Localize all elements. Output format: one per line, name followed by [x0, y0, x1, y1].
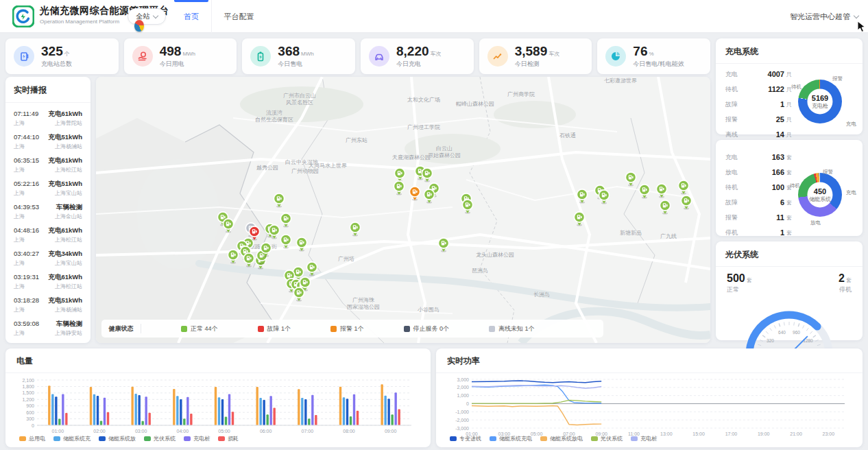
tab-home[interactable]: 首页 [171, 0, 211, 33]
station-pin-normal[interactable] [349, 222, 361, 237]
storage-unit: 套 [786, 199, 792, 206]
charging-value: 25 [749, 115, 784, 123]
broadcast-item[interactable]: 07:44:10充电51kWh上海上海杨浦站 [5, 130, 91, 153]
power-legend-item[interactable]: 储能系统充电 [490, 435, 532, 442]
broadcast-item[interactable]: 03:40:27充电34kWh上海上海宝山站 [5, 246, 91, 270]
broadcast-item[interactable]: 06:35:15充电61kWh上海上海松江站 [5, 153, 91, 176]
storage-row: 报警11套 [716, 210, 863, 225]
station-pin-normal[interactable] [273, 193, 285, 208]
station-pin-normal[interactable] [260, 242, 272, 257]
energy-bar-chart[interactable]: 03006009001,2001,5001,8002,10001:0002:00… [5, 373, 431, 440]
station-pin-normal[interactable] [393, 180, 405, 196]
kpi-card-5[interactable]: 3,589车次今日检测 [479, 38, 592, 74]
health-legend-item[interactable]: 正常 44个 [181, 324, 218, 333]
station-pin-normal[interactable] [268, 224, 280, 239]
assistant-orb-icon[interactable] [134, 20, 144, 32]
charging-label: 故障 [725, 100, 749, 109]
broadcast-station: 上海松江站 [55, 166, 82, 174]
svg-text:-1,000: -1,000 [455, 410, 469, 414]
mouse-cursor [857, 21, 867, 33]
tab-platform-config[interactable]: 平台配置 [211, 0, 266, 33]
station-pin-normal[interactable] [306, 261, 318, 276]
power-legend-item[interactable]: 专变进线 [450, 435, 481, 442]
svg-text:23:00: 23:00 [823, 431, 835, 436]
svg-text:01:00: 01:00 [52, 429, 64, 434]
station-pin-normal[interactable] [677, 180, 690, 195]
kpi-card-1[interactable]: 325个充电站总数 [5, 38, 119, 74]
station-pin-normal[interactable] [293, 287, 305, 302]
site-selector-dropdown[interactable]: 全站 [128, 8, 166, 25]
station-pin-normal[interactable] [576, 189, 588, 204]
broadcast-item[interactable]: 05:22:16充电51kWh上海上海宝山站 [5, 176, 91, 200]
broadcast-event: 车辆检测 [56, 320, 82, 329]
station-pin-normal[interactable] [573, 211, 586, 226]
health-legend-item[interactable]: 停止服务 0个 [404, 324, 450, 333]
storage-label: 停机 [725, 228, 749, 237]
station-pin-normal[interactable] [296, 237, 308, 252]
donut-total: 5169 [812, 94, 828, 102]
energy-legend-item[interactable]: 损耗 [218, 435, 239, 442]
station-map[interactable]: 广州市白云山 风景名胜区流溪湾 自然生态保育区太和文化广场白云中央湿地白云山 原… [96, 77, 710, 343]
energy-legend-item[interactable]: 总用电 [19, 435, 45, 442]
user-menu[interactable]: 智光运营中心超管 [790, 0, 858, 33]
broadcast-list: 07:11:49充电61kWh上海上海普陀站07:44:10充电51kWh上海上… [5, 106, 91, 343]
broadcast-item[interactable]: 04:39:53车辆检测上海上海金山站 [5, 200, 91, 223]
health-legend-item[interactable]: 离线未知 1个 [489, 324, 535, 333]
kpi-card-4[interactable]: 8,220车次今日充电 [361, 38, 474, 74]
station-pin-normal[interactable] [421, 167, 433, 182]
energy-legend-item[interactable]: 光伏系统 [144, 435, 176, 442]
kpi-card-6[interactable]: 76%今日售电/耗电能效 [597, 38, 710, 74]
svg-text:04:00: 04:00 [177, 429, 189, 434]
station-pin-normal[interactable] [227, 249, 239, 264]
svg-text:2,000: 2,000 [457, 385, 469, 390]
station-pin-normal[interactable] [655, 183, 668, 198]
station-pin-normal[interactable] [680, 195, 692, 210]
kpi-text: 3,589车次今日检测 [515, 45, 560, 69]
station-pin-normal[interactable] [222, 218, 234, 233]
kpi-card-2[interactable]: 498MWh今日用电 [124, 38, 237, 74]
station-pin-fault[interactable] [248, 226, 261, 241]
map-place-label: 新塘新品 [620, 230, 642, 237]
power-legend-item[interactable]: 光伏系统 [591, 435, 623, 442]
legend-label: 储能系统放 [108, 435, 136, 442]
station-pin-alarm[interactable] [409, 186, 421, 201]
station-pin-normal[interactable] [659, 200, 671, 215]
power-legend-item[interactable]: 充电桩 [631, 435, 657, 442]
health-legend-item[interactable]: 故障 1个 [258, 324, 291, 333]
charging-station-icon [14, 46, 34, 67]
station-pin-normal[interactable] [243, 252, 255, 268]
station-pin-normal[interactable] [437, 237, 450, 252]
kpi-label: 今日检测 [515, 60, 560, 69]
broadcast-item[interactable]: 03:59:08车辆检测上海上海静安站 [5, 316, 91, 340]
health-legend-items: 正常 44个故障 1个报警 1个停止服务 0个离线未知 1个 [141, 324, 535, 333]
user-name: 智光运营中心超管 [790, 12, 850, 22]
storage-value: 1 [749, 228, 784, 237]
realtime-power-line-chart[interactable]: -3,000-2,000-1,00001,0002,0003,00001:000… [436, 373, 863, 440]
station-pin-normal[interactable] [280, 213, 292, 228]
energy-legend-item[interactable]: 储能系统放 [99, 435, 136, 442]
station-pin-normal[interactable] [625, 171, 637, 187]
health-legend-item[interactable]: 报警 1个 [330, 324, 364, 333]
station-pin-normal[interactable] [638, 184, 651, 199]
broadcast-item[interactable]: 03:18:28充电51kWh上海上海杨浦站 [5, 293, 91, 316]
charging-label: 充电 [725, 70, 749, 79]
svg-text:13:00: 13:00 [660, 431, 673, 436]
energy-legend-item[interactable]: 储能系统充 [53, 435, 91, 442]
power-legend-item[interactable]: 储能系统放电 [540, 435, 583, 442]
charging-label: 报警 [725, 115, 749, 124]
kpi-text: 368MWh今日售电 [278, 45, 313, 69]
broadcast-item[interactable]: 03:19:31充电61kWh上海上海松江站 [5, 270, 91, 293]
station-pin-normal[interactable] [461, 199, 474, 214]
broadcast-item[interactable]: 03:38:04车辆检测上海上海嘉定站 [5, 340, 91, 343]
svg-text:07:00: 07:00 [302, 429, 314, 434]
broadcast-item[interactable]: 04:48:16充电61kWh上海上海松江站 [5, 223, 91, 246]
kpi-card-3[interactable]: 368MWh今日售电 [242, 38, 355, 74]
energy-legend-item[interactable]: 充电桩 [184, 435, 210, 442]
station-pin-normal[interactable] [423, 189, 435, 204]
broadcast-item[interactable]: 07:11:49充电61kWh上海上海普陀站 [5, 106, 91, 130]
dashboard-root: 光储充微网综合能源管理平台 Operation Management Platf… [0, 0, 868, 450]
station-pin-normal[interactable] [280, 234, 292, 249]
station-pin-normal[interactable] [598, 189, 610, 204]
storage-value: 11 [749, 213, 784, 222]
storage-value: 163 [749, 153, 784, 161]
